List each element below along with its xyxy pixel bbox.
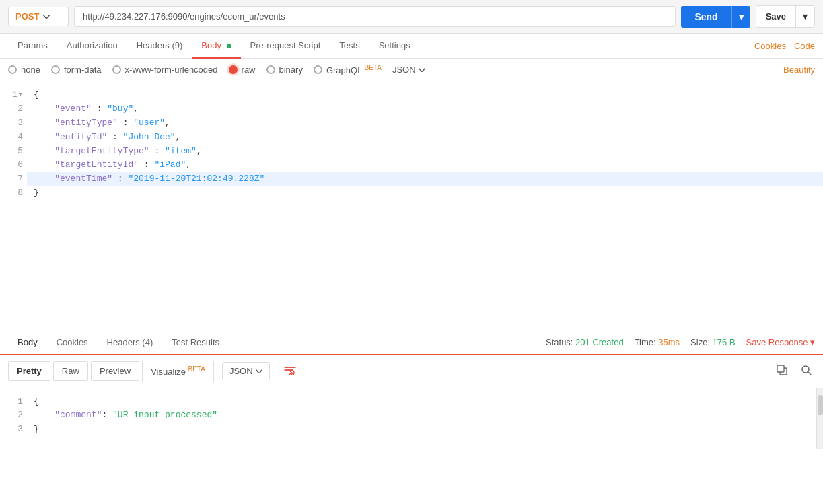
option-binary[interactable]: binary xyxy=(266,65,303,75)
radio-form-data[interactable] xyxy=(51,65,60,74)
line-numbers: 1▾ 2 3 4 5 6 7 8 xyxy=(0,81,27,330)
copy-button[interactable] xyxy=(773,361,791,382)
tab-settings[interactable]: Settings xyxy=(369,34,420,59)
tab-response-cookies[interactable]: Cookies xyxy=(47,330,98,355)
response-scrollbar[interactable] xyxy=(816,388,823,449)
radio-binary[interactable] xyxy=(266,65,275,74)
scrollbar-thumb[interactable] xyxy=(818,395,823,415)
cookies-link[interactable]: Cookies xyxy=(754,41,786,51)
code-line-5: "targetEntityType" : "item", xyxy=(27,145,823,159)
response-format-dropdown[interactable]: JSON xyxy=(222,362,270,380)
view-preview[interactable]: Preview xyxy=(91,361,139,381)
response-line-numbers: 1 2 3 xyxy=(0,388,27,449)
radio-graphql[interactable] xyxy=(314,65,322,74)
code-line-6: "targetEntityId" : "iPad", xyxy=(27,158,823,172)
resp-line-3: } xyxy=(34,423,810,437)
response-toolbar-right xyxy=(773,361,815,382)
time-value: 35ms xyxy=(658,337,680,347)
tab-tests[interactable]: Tests xyxy=(330,34,369,59)
resp-line-1: { xyxy=(34,395,810,409)
code-line-3: "entityType" : "user", xyxy=(27,116,823,131)
request-tabs: Params Authorization Headers (9) Body Pr… xyxy=(0,34,823,59)
response-code: { "comment": "UR input processed" } xyxy=(27,388,816,449)
view-pretty[interactable]: Pretty xyxy=(8,361,50,381)
option-raw[interactable]: raw xyxy=(229,65,256,75)
view-raw[interactable]: Raw xyxy=(53,361,88,381)
url-input[interactable] xyxy=(74,6,676,27)
code-link[interactable]: Code xyxy=(794,41,815,51)
size-value: 176 B xyxy=(713,337,736,347)
time-label: Time: 35ms xyxy=(635,337,680,347)
status-label: Status: 201 Created xyxy=(546,337,624,347)
search-button[interactable] xyxy=(797,361,815,382)
tab-body[interactable]: Body xyxy=(192,34,240,59)
tab-response-body[interactable]: Body xyxy=(8,330,47,355)
response-status-bar: Status: 201 Created Time: 35ms Size: 176… xyxy=(546,337,815,347)
tab-response-headers[interactable]: Headers (4) xyxy=(98,330,163,355)
tab-params[interactable]: Params xyxy=(8,34,57,59)
method-label: POST xyxy=(15,11,39,22)
radio-urlencoded[interactable] xyxy=(112,65,121,74)
right-links: Cookies Code xyxy=(754,41,815,51)
size-label: Size: 176 B xyxy=(690,337,736,347)
tab-test-results[interactable]: Test Results xyxy=(162,330,229,355)
send-button[interactable]: Send ▾ xyxy=(681,6,750,28)
code-line-1: { xyxy=(27,88,823,102)
option-urlencoded[interactable]: x-www-form-urlencoded xyxy=(112,65,218,75)
bottom-section: Body Cookies Headers (4) Test Results St… xyxy=(0,330,823,448)
response-tabs: Body Cookies Headers (4) Test Results St… xyxy=(0,330,823,355)
tab-headers[interactable]: Headers (9) xyxy=(127,34,192,59)
chevron-down-icon xyxy=(43,15,50,19)
format-dropdown[interactable]: JSON xyxy=(392,65,425,75)
body-options: none form-data x-www-form-urlencoded raw… xyxy=(0,59,823,81)
tab-prerequest[interactable]: Pre-request Script xyxy=(241,34,330,59)
svg-line-5 xyxy=(808,372,811,375)
code-line-8: } xyxy=(27,186,823,201)
request-editor[interactable]: 1▾ 2 3 4 5 6 7 8 { "event" : "buy", "ent… xyxy=(0,81,823,330)
radio-raw[interactable] xyxy=(229,65,238,74)
wrap-button[interactable] xyxy=(278,362,302,380)
option-graphql[interactable]: GraphQL BETA xyxy=(314,64,382,75)
beautify-button[interactable]: Beautify xyxy=(783,65,815,75)
code-line-2: "event" : "buy", xyxy=(27,102,823,116)
option-none[interactable]: none xyxy=(8,65,40,75)
method-select[interactable]: POST xyxy=(8,7,69,26)
code-content[interactable]: { "event" : "buy", "entityType" : "user"… xyxy=(27,81,823,330)
tab-authorization[interactable]: Authorization xyxy=(57,34,127,59)
svg-rect-3 xyxy=(777,365,784,372)
save-button[interactable]: Save ▾ xyxy=(756,5,815,28)
radio-none[interactable] xyxy=(8,65,17,74)
save-response-button[interactable]: Save Response ▾ xyxy=(746,337,815,347)
code-line-7: "eventTime" : "2019-11-20T21:02:49.228Z" xyxy=(27,172,823,186)
code-line-4: "entityId" : "John Doe", xyxy=(27,131,823,145)
option-form-data[interactable]: form-data xyxy=(51,65,102,75)
view-visualize[interactable]: Visualize BETA xyxy=(142,361,214,382)
top-bar: POST Send ▾ Save ▾ xyxy=(0,0,823,34)
response-editor: 1 2 3 { "comment": "UR input processed" … xyxy=(0,388,823,449)
resp-line-2: "comment": "UR input processed" xyxy=(34,408,810,423)
response-toolbar: Pretty Raw Preview Visualize BETA JSON xyxy=(0,355,823,388)
status-value: 201 Created xyxy=(575,337,624,347)
